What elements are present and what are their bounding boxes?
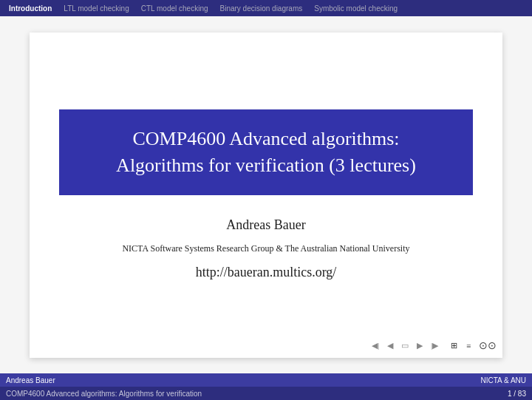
bottom-bar-author-row: Andreas Bauer NICTA & ANU: [0, 373, 532, 387]
nav-left-end-icon[interactable]: ◀|: [369, 342, 381, 350]
bottom-bar-title-row: COMP4600 Advanced algorithms: Algorithms…: [0, 387, 532, 400]
nav-page-icon[interactable]: ▭: [399, 342, 411, 350]
bottom-bar: Andreas Bauer NICTA & ANU COMP4600 Advan…: [0, 373, 532, 400]
nav-item-introduction[interactable]: Introduction: [3, 4, 58, 13]
footer-affiliation-right: NICTA & ANU: [481, 376, 527, 384]
nav-right-icon[interactable]: ▶: [414, 342, 426, 350]
nav-zoom-icon[interactable]: ⊙⊙: [482, 342, 494, 350]
slide-title-box: COMP4600 Advanced algorithms: Algorithms…: [59, 109, 473, 196]
nav-item-ctl[interactable]: CTL model checking: [135, 4, 214, 13]
footer-slide-title: COMP4600 Advanced algorithms: Algorithms…: [6, 390, 202, 398]
slide: COMP4600 Advanced algorithms: Algorithms…: [30, 33, 502, 358]
nav-right-end-icon[interactable]: |▶: [429, 342, 440, 350]
slide-author: Andreas Bauer: [226, 217, 305, 233]
footer-page: 1 / 83: [508, 390, 526, 398]
slide-title: COMP4600 Advanced algorithms: Algorithms…: [81, 126, 451, 180]
nav-item-symbolic[interactable]: Symbolic model checking: [308, 4, 403, 13]
footer-author: Andreas Bauer: [6, 376, 55, 384]
nav-left-icon[interactable]: ◀: [384, 342, 396, 350]
top-navigation: Introduction LTL model checking CTL mode…: [0, 0, 532, 16]
slide-nav-icons: ◀| ◀ ▭ ▶ |▶ ⊞ ≡ ⊙⊙: [369, 342, 494, 350]
nav-search-icon[interactable]: ⊞: [448, 342, 460, 350]
nav-item-bdd[interactable]: Binary decision diagrams: [214, 4, 309, 13]
nav-item-ltl[interactable]: LTL model checking: [58, 4, 134, 13]
nav-bookmark-icon[interactable]: ≡: [463, 342, 474, 350]
slide-area: COMP4600 Advanced algorithms: Algorithms…: [0, 16, 532, 373]
slide-url[interactable]: http://baueran.multics.org/: [196, 265, 337, 280]
slide-affiliation: NICTA Software Systems Research Group & …: [122, 243, 409, 254]
